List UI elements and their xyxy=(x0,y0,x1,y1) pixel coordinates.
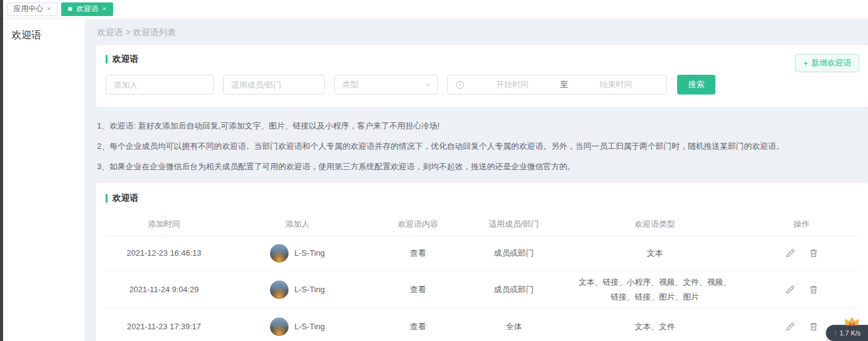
search-button[interactable]: 搜索 xyxy=(677,75,715,95)
table-row: 2021-12-23 16:46:13 L-S-Ting 查看 成员或部门 文本 xyxy=(106,236,858,271)
main-content: 欢迎语 > 欢迎语列表 欢迎语 + 新增欢迎语 类型 xyxy=(85,19,868,341)
section-title-welcome: 欢迎语 xyxy=(106,54,858,65)
filter-row: 类型 开始时间 至 结束时间 搜索 xyxy=(106,75,858,95)
row-time: 2021-11-24 9:04:29 xyxy=(106,281,222,298)
adder-name: L-S-Ting xyxy=(294,322,324,331)
delete-icon[interactable] xyxy=(809,248,819,258)
table-header-row: 添加时间 添加人 欢迎语内容 适用成员/部门 欢迎语类型 操作 xyxy=(106,213,858,236)
view-link[interactable]: 查看 xyxy=(410,248,426,258)
tab-app-center-label: 应用中心 xyxy=(14,4,43,14)
type-select-placeholder: 类型 xyxy=(342,79,358,90)
date-range-picker[interactable]: 开始时间 至 结束时间 xyxy=(447,75,667,95)
tab-bar: 应用中心 × 欢迎语 × xyxy=(3,0,868,19)
view-link[interactable]: 查看 xyxy=(410,322,426,331)
app-window: 应用中心 × 欢迎语 × 欢迎语 欢迎语 > 欢迎语列表 欢迎语 + 新增欢迎语 xyxy=(0,0,868,341)
plus-icon: + xyxy=(803,59,808,68)
row-scope: 全体 xyxy=(463,318,565,336)
section-title-table: 欢迎语 xyxy=(106,193,858,204)
clock-icon xyxy=(455,80,465,90)
note-1: 1、欢迎语: 新好友添加后自动回复,可添加文字、图片、链接以及小程序，客户来了不… xyxy=(97,116,856,136)
row-time: 2021-11-23 17:39:17 xyxy=(106,318,222,335)
welcome-table: 添加时间 添加人 欢迎语内容 适用成员/部门 欢迎语类型 操作 2021-12-… xyxy=(106,213,858,341)
section-accent-bar xyxy=(106,55,107,64)
row-scope: 成员或部门 xyxy=(463,280,565,299)
section-accent-bar xyxy=(106,194,107,203)
avatar xyxy=(270,280,289,299)
table-row: 2021-11-24 9:04:29 L-S-Ting 查看 成员或部门 文本、… xyxy=(106,271,858,309)
end-time-placeholder[interactable]: 结束时间 xyxy=(573,79,659,90)
close-icon[interactable]: × xyxy=(102,6,106,12)
col-header-type: 欢迎语类型 xyxy=(565,215,745,234)
row-type: 文本、链接、小程序、视频、文件、视频、链接、链接、图片、图片 xyxy=(578,275,732,304)
row-adder: L-S-Ting xyxy=(222,314,373,340)
active-dot-icon xyxy=(68,7,72,11)
row-adder: L-S-Ting xyxy=(222,240,373,266)
col-header-actions: 操作 xyxy=(745,215,858,234)
tab-welcome-label: 欢迎语 xyxy=(76,4,98,14)
row-adder: L-S-Ting xyxy=(222,277,373,303)
vip-crown-icon: VIP xyxy=(845,316,859,327)
table-row: 2021-11-23 17:39:17 L-S-Ting 查看 全体 文本、文件 xyxy=(106,309,858,341)
add-welcome-label: 新增欢迎语 xyxy=(811,57,851,69)
delete-icon[interactable] xyxy=(809,285,819,295)
section-title-text: 欢迎语 xyxy=(112,54,138,65)
row-scope: 成员或部门 xyxy=(463,244,565,263)
type-select[interactable]: 类型 xyxy=(334,75,438,95)
edit-icon[interactable] xyxy=(785,322,795,332)
section-title-text: 欢迎语 xyxy=(112,193,138,204)
col-header-scope: 适用成员/部门 xyxy=(463,215,565,234)
member-input[interactable] xyxy=(223,75,325,95)
edit-icon[interactable] xyxy=(785,248,795,258)
close-icon[interactable]: × xyxy=(47,6,51,12)
range-separator: 至 xyxy=(560,79,568,90)
sidebar-item-welcome[interactable]: 欢迎语 xyxy=(3,19,85,42)
breadcrumb: 欢迎语 > 欢迎语列表 xyxy=(85,19,868,45)
adder-input[interactable] xyxy=(106,75,214,95)
view-link[interactable]: 查看 xyxy=(410,285,426,294)
tab-welcome-message[interactable]: 欢迎语 × xyxy=(61,2,112,16)
add-welcome-button[interactable]: + 新增欢迎语 xyxy=(795,54,859,72)
avatar xyxy=(270,318,289,336)
row-type: 文本 xyxy=(647,246,663,260)
notes-block: 1、欢迎语: 新好友添加后自动回复,可添加文字、图片、链接以及小程序，客户来了不… xyxy=(85,107,868,180)
adder-name: L-S-Ting xyxy=(294,248,324,258)
col-header-adder: 添加人 xyxy=(222,215,373,234)
sidebar: 欢迎语 xyxy=(3,19,85,341)
tab-app-center[interactable]: 应用中心 × xyxy=(7,2,57,16)
delete-icon[interactable] xyxy=(809,322,819,332)
start-time-placeholder[interactable]: 开始时间 xyxy=(470,79,555,90)
note-3: 3、如果企业在企业微信后台为相关成员配置了可用的欢迎语，使用第三方系统配置欢迎语… xyxy=(97,156,856,177)
note-2: 2、每个企业成员均可以拥有不同的欢迎语。当部门欢迎语和个人专属的欢迎语并存的情况… xyxy=(97,136,856,156)
col-header-content: 欢迎语内容 xyxy=(373,215,463,234)
speed-value: 1.7 K/s xyxy=(840,329,861,337)
chevron-down-icon xyxy=(424,81,431,88)
vip-text: VIP xyxy=(850,323,854,326)
adder-name: L-S-Ting xyxy=(294,285,324,294)
search-card: 欢迎语 + 新增欢迎语 类型 xyxy=(96,45,868,107)
col-header-time: 添加时间 xyxy=(106,215,222,234)
table-card: 欢迎语 添加时间 添加人 欢迎语内容 适用成员/部门 欢迎语类型 操作 2021… xyxy=(96,183,868,341)
row-time: 2021-12-23 16:46:13 xyxy=(106,245,222,261)
upload-arrow-icon: ↑ xyxy=(833,329,837,337)
avatar xyxy=(270,244,289,263)
edit-icon[interactable] xyxy=(785,285,795,295)
row-type: 文本、文件 xyxy=(635,319,675,334)
